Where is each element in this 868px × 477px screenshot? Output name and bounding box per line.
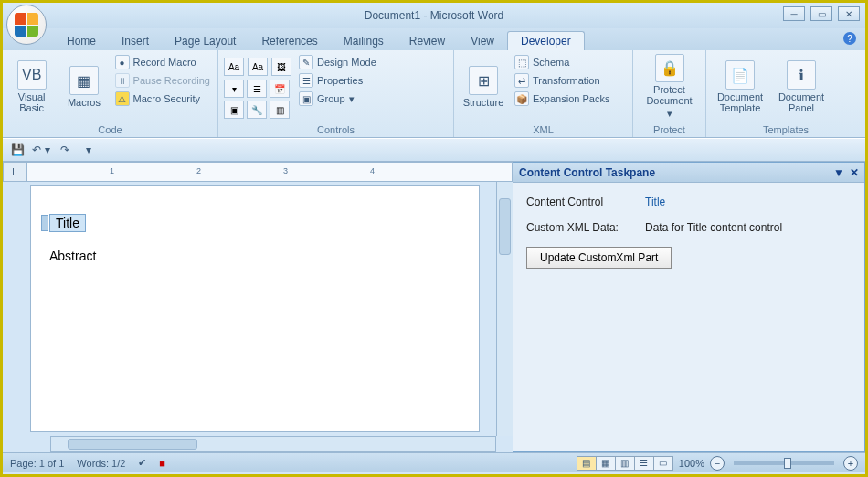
- undo-button[interactable]: ↶ ▾: [32, 141, 50, 159]
- page-status[interactable]: Page: 1 of 1: [10, 458, 64, 469]
- design-mode-button[interactable]: ✎Design Mode: [297, 54, 378, 70]
- transformation-button[interactable]: ⇄Transformation: [513, 72, 611, 89]
- group-button[interactable]: ▣Group ▾: [297, 90, 378, 107]
- macro-security-button[interactable]: ⚠Macro Security: [113, 90, 212, 107]
- zoom-out-button[interactable]: −: [710, 456, 725, 471]
- spelling-icon[interactable]: ✔: [138, 457, 146, 469]
- visual-basic-icon: VB: [17, 60, 47, 90]
- tab-home[interactable]: Home: [54, 32, 109, 50]
- document-panel-button[interactable]: ℹDocument Panel: [774, 54, 829, 120]
- content-control-label: Content Control: [526, 196, 645, 208]
- tab-page-layout[interactable]: Page Layout: [162, 32, 249, 50]
- protect-document-button[interactable]: 🔒Protect Document ▾: [639, 54, 700, 120]
- group-code-label: Code: [8, 122, 212, 137]
- date-picker-control-button[interactable]: 📅: [270, 80, 290, 98]
- custom-xml-label: Custom XML Data:: [526, 221, 645, 234]
- dropdown-control-button[interactable]: ☰: [247, 80, 267, 98]
- tab-developer[interactable]: Developer: [507, 31, 585, 50]
- protect-icon: 🔒: [655, 54, 684, 82]
- macros-button[interactable]: ▦Macros: [60, 54, 107, 120]
- rich-text-control-button[interactable]: Aa: [224, 58, 244, 76]
- qat-customize-button[interactable]: ▾: [79, 141, 98, 159]
- words-status[interactable]: Words: 1/2: [77, 458, 125, 469]
- macro-recording-icon[interactable]: ■: [159, 458, 165, 469]
- vertical-scrollbar[interactable]: [496, 182, 513, 436]
- combo-box-control-button[interactable]: ▾: [224, 80, 244, 98]
- properties-button[interactable]: ☰Properties: [297, 72, 378, 89]
- properties-icon: ☰: [299, 73, 313, 88]
- legacy-tools-button[interactable]: 🔧: [247, 101, 267, 119]
- content-control-value: Title: [645, 196, 665, 208]
- status-bar: Page: 1 of 1 Words: 1/2 ✔ ■ ▤ ▦ ▥ ☰ ▭ 10…: [3, 452, 865, 472]
- outline-view-button[interactable]: ☰: [634, 456, 654, 471]
- zoom-level[interactable]: 100%: [679, 458, 704, 469]
- draft-view-button[interactable]: ▭: [653, 456, 673, 471]
- minimize-button[interactable]: ─: [783, 6, 805, 21]
- work-area: L 1 2 3 4 Title Abstract Content Control…: [3, 162, 865, 452]
- full-screen-view-button[interactable]: ▦: [596, 456, 616, 471]
- group-templates-label: Templates: [712, 122, 860, 137]
- tab-insert[interactable]: Insert: [109, 32, 162, 50]
- quick-access-toolbar: 💾 ↶ ▾ ↷ ▾: [3, 138, 865, 162]
- tab-view[interactable]: View: [458, 32, 507, 50]
- window-title: Document1 - Microsoft Word: [365, 9, 504, 22]
- schema-icon: ⬚: [514, 55, 529, 69]
- tab-mailings[interactable]: Mailings: [331, 32, 397, 50]
- security-icon: ⚠: [115, 91, 130, 106]
- group-controls-label: Controls: [224, 122, 448, 137]
- content-control-handle-icon[interactable]: [41, 215, 48, 231]
- horizontal-scrollbar[interactable]: [50, 436, 496, 452]
- save-button[interactable]: 💾: [8, 141, 26, 159]
- document-page[interactable]: Title Abstract: [30, 186, 480, 432]
- update-customxml-button[interactable]: Update CustomXml Part: [526, 247, 672, 269]
- ribbon: VBVisual Basic ▦Macros ●Record Macro ⏸Pa…: [3, 50, 865, 138]
- tab-references[interactable]: References: [249, 32, 330, 50]
- picture-control-button[interactable]: 🖼: [271, 58, 291, 76]
- group-icon: ▣: [299, 91, 313, 106]
- legacy-forms-button[interactable]: ▥: [270, 101, 290, 119]
- close-button[interactable]: ✕: [838, 6, 860, 21]
- taskpane-close-icon[interactable]: ✕: [850, 166, 859, 179]
- content-control-taskpane: Content Control Taskpane ▼ ✕ Content Con…: [513, 162, 865, 452]
- structure-icon: ⊞: [469, 66, 498, 95]
- record-icon: ●: [115, 55, 130, 69]
- document-template-button[interactable]: 📄Document Template: [712, 54, 768, 120]
- print-layout-view-button[interactable]: ▤: [577, 456, 597, 471]
- office-logo-icon: [15, 13, 38, 37]
- web-layout-view-button[interactable]: ▥: [615, 456, 635, 471]
- maximize-button[interactable]: ▭: [810, 6, 832, 21]
- ruler-corner[interactable]: L: [3, 162, 26, 182]
- macros-icon: ▦: [69, 66, 99, 95]
- panel-icon: ℹ: [787, 60, 816, 90]
- help-icon[interactable]: ?: [843, 32, 856, 45]
- plain-text-control-button[interactable]: Aa: [248, 58, 268, 76]
- transformation-icon: ⇄: [514, 73, 529, 88]
- ribbon-tabs: Home Insert Page Layout References Maili…: [3, 28, 865, 50]
- expansion-packs-button[interactable]: 📦Expansion Packs: [513, 90, 611, 107]
- group-protect-label: Protect: [639, 122, 700, 137]
- schema-button[interactable]: ⬚Schema: [513, 54, 611, 70]
- group-xml-label: XML: [460, 122, 627, 137]
- zoom-slider[interactable]: [734, 461, 834, 465]
- template-icon: 📄: [725, 60, 755, 90]
- title-bar: Document1 - Microsoft Word ─ ▭ ✕: [3, 3, 865, 28]
- zoom-in-button[interactable]: +: [843, 456, 858, 471]
- custom-xml-value: Data for Title content control: [645, 221, 782, 234]
- structure-button[interactable]: ⊞Structure: [460, 54, 507, 120]
- office-button[interactable]: [6, 5, 47, 45]
- pause-recording-button[interactable]: ⏸Pause Recording: [113, 72, 212, 89]
- design-mode-icon: ✎: [299, 55, 313, 69]
- view-buttons: ▤ ▦ ▥ ☰ ▭: [577, 456, 673, 471]
- taskpane-menu-icon[interactable]: ▼: [833, 166, 844, 179]
- horizontal-ruler[interactable]: 1 2 3 4: [26, 162, 513, 182]
- tab-review[interactable]: Review: [397, 32, 458, 50]
- zoom-thumb[interactable]: [784, 458, 791, 469]
- title-content-control[interactable]: Title: [49, 214, 86, 232]
- record-macro-button[interactable]: ●Record Macro: [113, 54, 212, 70]
- pause-icon: ⏸: [115, 73, 130, 88]
- building-block-control-button[interactable]: ▣: [224, 101, 244, 119]
- expansion-icon: 📦: [514, 91, 529, 106]
- abstract-text[interactable]: Abstract: [49, 249, 460, 263]
- redo-button[interactable]: ↷: [56, 141, 74, 159]
- visual-basic-button[interactable]: VBVisual Basic: [8, 54, 55, 120]
